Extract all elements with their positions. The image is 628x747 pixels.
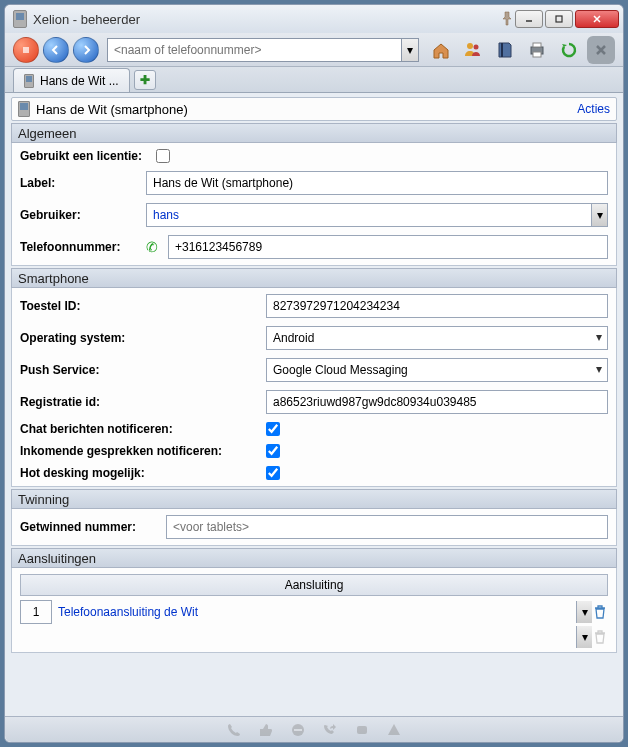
tel-input[interactable]	[168, 235, 608, 259]
refresh-button[interactable]	[555, 36, 583, 64]
tab-label: Hans de Wit ...	[40, 74, 119, 88]
svg-point-3	[467, 43, 473, 49]
section-twinning: Getwinned nummer:	[11, 509, 617, 546]
aansluiting-value: Telefoonaansluiting de Wit	[58, 605, 572, 619]
gebruiker-label: Gebruiker:	[20, 208, 140, 222]
svg-rect-11	[357, 726, 367, 734]
toolbar: ▾	[5, 33, 623, 67]
close-button[interactable]	[575, 10, 619, 28]
licentie-checkbox[interactable]	[156, 149, 170, 163]
print-button[interactable]	[523, 36, 551, 64]
svg-rect-1	[556, 16, 562, 22]
users-button[interactable]	[459, 36, 487, 64]
chat-label: Chat berichten notificeren:	[20, 422, 260, 436]
reg-label: Registratie id:	[20, 395, 260, 409]
hotdesk-label: Hot desking mogelijk:	[20, 466, 260, 480]
svg-rect-5	[501, 43, 503, 57]
titlebar: Xelion - beheerder	[5, 5, 623, 33]
statusbar	[5, 716, 623, 742]
home-button[interactable]	[427, 36, 455, 64]
app-icon	[13, 10, 27, 28]
stop-button[interactable]	[13, 37, 39, 63]
toestel-label: Toestel ID:	[20, 299, 260, 313]
book-button[interactable]	[491, 36, 519, 64]
search-dropdown-button[interactable]: ▾	[401, 38, 419, 62]
chevron-down-icon[interactable]: ▾	[576, 626, 592, 648]
phone-green-icon: ✆	[146, 239, 158, 255]
chevron-down-icon[interactable]: ▾	[591, 204, 607, 226]
app-window: Xelion - beheerder ▾ Hans de Wit ... ✚	[4, 4, 624, 743]
section-smartphone-header: Smartphone	[11, 268, 617, 288]
record-icon	[354, 722, 370, 738]
maximize-button[interactable]	[545, 10, 573, 28]
push-label: Push Service:	[20, 363, 260, 377]
new-tab-button[interactable]: ✚	[134, 70, 156, 90]
hotdesk-checkbox[interactable]	[266, 466, 280, 480]
phone-icon	[24, 74, 34, 88]
row-number: 1	[20, 600, 52, 624]
section-aansluitingen: Aansluiting 1 Telefoonaansluiting de Wit…	[11, 568, 617, 653]
svg-point-4	[474, 44, 479, 49]
delete-row-button-disabled	[592, 629, 608, 645]
label-label: Label:	[20, 176, 140, 190]
os-label: Operating system:	[20, 331, 260, 345]
chevron-down-icon[interactable]: ▾	[576, 601, 592, 623]
forward-button[interactable]	[73, 37, 99, 63]
transfer-icon	[322, 722, 338, 738]
section-algemeen-header: Algemeen	[11, 123, 617, 143]
back-button[interactable]	[43, 37, 69, 63]
content-area: Hans de Wit (smartphone) Acties Algemeen…	[5, 93, 623, 716]
licentie-label: Gebruikt een licentie:	[20, 149, 150, 163]
incoming-checkbox[interactable]	[266, 444, 280, 458]
minus-circle-icon	[290, 722, 306, 738]
tel-label: Telefoonnummer:	[20, 240, 140, 254]
tabstrip: Hans de Wit ... ✚	[5, 67, 623, 93]
delete-row-button[interactable]	[592, 604, 608, 620]
section-twinning-header: Twinning	[11, 489, 617, 509]
label-input[interactable]	[146, 171, 608, 195]
os-select[interactable]: Android	[266, 326, 608, 350]
svg-rect-2	[23, 47, 29, 53]
twinning-label: Getwinned nummer:	[20, 520, 160, 534]
push-select[interactable]: Google Cloud Messaging	[266, 358, 608, 382]
aansluiting-column-header: Aansluiting	[20, 574, 608, 596]
search-input[interactable]	[107, 38, 401, 62]
gebruiker-combo[interactable]: hans ▾	[146, 203, 608, 227]
svg-rect-8	[533, 52, 541, 57]
stop-square-button[interactable]	[587, 36, 615, 64]
thumb-icon	[258, 722, 274, 738]
minimize-button[interactable]	[515, 10, 543, 28]
table-row: 1 Telefoonaansluiting de Wit ▾	[20, 600, 608, 624]
section-smartphone: Toestel ID: Operating system: Android Pu…	[11, 288, 617, 487]
tab-main[interactable]: Hans de Wit ...	[13, 68, 130, 92]
phone-icon	[226, 722, 242, 738]
aansluiting-combo[interactable]: Telefoonaansluiting de Wit ▾	[58, 603, 586, 621]
twinning-input[interactable]	[166, 515, 608, 539]
warning-icon	[386, 722, 402, 738]
reg-input[interactable]	[266, 390, 608, 414]
window-title: Xelion - beheerder	[33, 12, 491, 27]
chat-checkbox[interactable]	[266, 422, 280, 436]
pin-icon[interactable]	[499, 11, 515, 27]
toestel-input[interactable]	[266, 294, 608, 318]
incoming-label: Inkomende gesprekken notificeren:	[20, 444, 260, 458]
section-aansluitingen-header: Aansluitingen	[11, 548, 617, 568]
page-title: Hans de Wit (smartphone)	[36, 102, 577, 117]
actions-link[interactable]: Acties	[577, 102, 610, 116]
svg-rect-10	[294, 729, 302, 731]
table-row-empty: ▾	[20, 628, 608, 646]
aansluiting-empty-combo[interactable]: ▾	[58, 628, 586, 646]
svg-rect-7	[533, 43, 541, 47]
page-header: Hans de Wit (smartphone) Acties	[11, 97, 617, 121]
phone-icon	[18, 101, 30, 117]
gebruiker-value: hans	[153, 208, 587, 222]
section-algemeen: Gebruikt een licentie: Label: Gebruiker:…	[11, 143, 617, 266]
